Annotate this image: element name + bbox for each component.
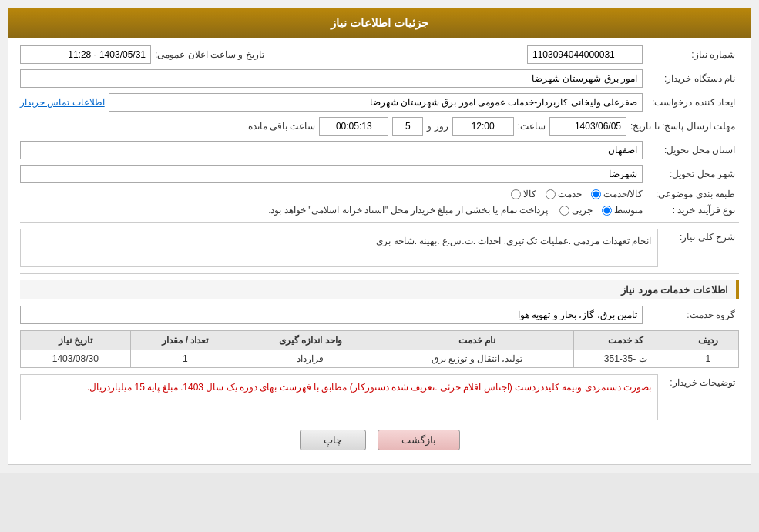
description-box: انجام تعهدات مردمی .عملیات تک تیری. احدا… [20, 229, 658, 267]
category-label: طبقه بندی موضوعی: [646, 189, 739, 199]
category-option-kala[interactable]: کالا [511, 189, 536, 199]
buyer-org-input[interactable] [20, 69, 643, 88]
print-button[interactable]: چاپ [300, 430, 366, 450]
service-table: ردیف کد خدمت نام خدمت واحد اندازه گیری ت… [20, 330, 739, 368]
panel-title: جزئیات اطلاعات نیاز [8, 8, 751, 38]
deadline-date-input[interactable] [549, 117, 626, 136]
creator-label: ایجاد کننده درخواست: [646, 97, 739, 108]
buyer-notes-box: بصورت دستمزدی ونیمه کلیددردست (اجناس اقل… [20, 374, 658, 420]
col-header-date: تاریخ نیاز [21, 331, 131, 350]
province-label: استان محل تحویل: [646, 145, 739, 156]
back-button[interactable]: بازگشت [378, 430, 460, 450]
deadline-time-input[interactable] [452, 117, 514, 136]
category-option-both[interactable]: کالا/خدمت [591, 189, 643, 199]
deadline-time-label: ساعت: [518, 121, 546, 132]
buttons-row: بازگشت چاپ [20, 430, 739, 450]
purchase-type-radio-group: جزیی متوسط [559, 205, 643, 216]
days-input[interactable] [392, 117, 423, 136]
city-input[interactable] [20, 165, 643, 183]
purchase-type-jozi[interactable]: جزیی [559, 205, 593, 216]
province-input[interactable] [20, 141, 643, 159]
announcement-label: تاریخ و ساعت اعلان عمومی: [155, 49, 268, 60]
purchase-type-note: پرداخت تمام یا بخشی از مبلغ خریدار محل "… [268, 205, 548, 216]
contact-link[interactable]: اطلاعات تماس خریدار [20, 97, 105, 108]
buyer-org-label: نام دستگاه خریدار: [646, 73, 739, 84]
category-radio-group: کالا خدمت کالا/خدمت [511, 189, 643, 199]
description-label: شرح کلی نیاز: [662, 229, 739, 243]
remaining-input[interactable] [319, 117, 388, 136]
creator-input[interactable] [109, 93, 643, 112]
cell-service-code: ت -35-351 [573, 350, 677, 368]
col-header-code: کد خدمت [573, 331, 677, 350]
cell-service-name: تولید، انتقال و توزیع برق [381, 350, 573, 368]
col-header-unit: واحد اندازه گیری [240, 331, 381, 350]
cell-date: 1403/08/30 [21, 350, 131, 368]
buyer-notes-label: توضیحات خریدار: [662, 374, 739, 388]
purchase-type-label: نوع فرآیند خرید : [646, 205, 739, 216]
service-group-label: گروه خدمت: [646, 309, 739, 320]
need-number-label: شماره نیاز: [646, 49, 739, 60]
category-option-khadmat[interactable]: خدمت [546, 189, 582, 199]
deadline-label: مهلت ارسال پاسخ: تا تاریخ: [630, 121, 739, 132]
cell-unit: قرارداد [240, 350, 381, 368]
col-header-qty: تعداد / مقدار [130, 331, 240, 350]
city-label: شهر محل تحویل: [646, 169, 739, 179]
col-header-row: ردیف [677, 331, 739, 350]
remaining-label: ساعت باقی مانده [248, 121, 316, 132]
need-number-input[interactable] [527, 45, 643, 64]
announcement-input[interactable] [20, 45, 151, 64]
cell-quantity: 1 [130, 350, 240, 368]
purchase-type-motavaset[interactable]: متوسط [602, 205, 643, 216]
services-section-title: اطلاعات خدمات مورد نیاز [20, 280, 739, 299]
service-group-input[interactable] [20, 306, 643, 324]
col-header-name: نام خدمت [381, 331, 573, 350]
table-row: 1 ت -35-351 تولید، انتقال و توزیع برق قر… [21, 350, 739, 368]
days-label: روز و [427, 121, 448, 132]
cell-row-num: 1 [677, 350, 739, 368]
